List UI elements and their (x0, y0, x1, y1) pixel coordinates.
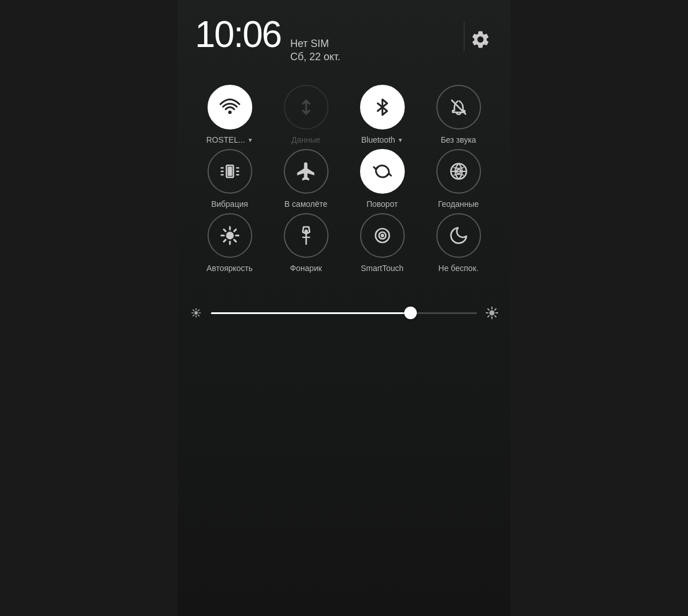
phone-screen: 10:06 Нет SIM Сб, 22 окт. (178, 0, 510, 616)
qs-wifi[interactable]: ROSTEL... ▼ (198, 85, 261, 144)
svg-line-35 (193, 315, 194, 316)
status-divider (464, 22, 464, 50)
vibration-icon (220, 161, 240, 182)
geodata-icon-circle (436, 149, 481, 194)
data-icon (296, 97, 316, 117)
qs-silent[interactable]: Без звука (427, 85, 490, 144)
svg-line-19 (234, 240, 236, 241)
svg-line-18 (224, 229, 225, 231)
brightness-thumb[interactable] (404, 307, 417, 319)
smarttouch-icon (372, 225, 393, 246)
date-display: Сб, 22 окт. (290, 51, 341, 63)
brightness-min-icon (189, 306, 203, 320)
qs-row-1: ROSTEL... ▼ Данные (191, 85, 497, 144)
svg-line-20 (234, 229, 236, 231)
flashlight-icon (296, 225, 316, 246)
brightness-slider-row (178, 289, 510, 337)
svg-line-41 (488, 309, 489, 310)
svg-point-0 (228, 111, 231, 114)
qs-smarttouch[interactable]: SmartTouch (351, 213, 414, 273)
qs-donotdisturb[interactable]: Не беспок. (427, 213, 490, 273)
silent-icon (448, 97, 469, 117)
svg-point-27 (194, 311, 198, 315)
bluetooth-label: Bluetooth ▼ (361, 135, 403, 144)
rotation-icon (372, 161, 393, 182)
qs-vibration[interactable]: Вибрация (198, 149, 261, 209)
qs-airplane[interactable]: В самолёте (275, 149, 338, 209)
smarttouch-label: SmartTouch (361, 264, 404, 273)
svg-line-34 (198, 310, 200, 311)
airplane-icon (296, 161, 316, 182)
bluetooth-icon (372, 97, 393, 117)
qs-autobrightness[interactable]: Автояркость (198, 213, 261, 273)
sim-status: Нет SIM (290, 38, 341, 50)
settings-button[interactable] (468, 27, 493, 52)
flashlight-icon-circle (284, 213, 329, 258)
qs-data[interactable]: Данные (275, 85, 338, 144)
svg-line-42 (495, 316, 496, 317)
sun-small-icon (190, 307, 202, 319)
brightness-max-icon (485, 306, 499, 320)
svg-line-43 (495, 309, 496, 310)
clock: 10:06 (195, 16, 281, 53)
donotdisturb-icon (448, 225, 469, 246)
donotdisturb-icon-circle (436, 213, 481, 258)
flashlight-label: Фонарик (290, 264, 322, 273)
bluetooth-icon-circle (360, 85, 405, 130)
gear-icon (470, 29, 491, 50)
silent-label: Без звука (441, 135, 476, 144)
qs-bluetooth[interactable]: Bluetooth ▼ (351, 85, 414, 144)
status-bar: 10:06 Нет SIM Сб, 22 окт. (178, 0, 510, 73)
airplane-label: В самолёте (284, 199, 327, 209)
qs-row-2: Вибрация В самолёте (191, 149, 497, 209)
svg-line-33 (198, 315, 200, 316)
smarttouch-icon-circle (360, 213, 405, 258)
data-icon-circle (284, 85, 329, 130)
autobrightness-icon-circle (208, 213, 252, 258)
status-left: 10:06 Нет SIM Сб, 22 окт. (195, 16, 341, 63)
qs-flashlight[interactable]: Фонарик (275, 213, 338, 273)
svg-point-36 (490, 311, 495, 316)
qs-rotation[interactable]: Поворот (351, 149, 414, 209)
autobrightness-icon (220, 225, 240, 246)
rotation-label: Поворот (366, 199, 398, 209)
svg-point-23 (304, 230, 307, 233)
brightness-fill (211, 312, 411, 314)
status-info: Нет SIM Сб, 22 окт. (290, 38, 341, 63)
quick-settings-panel: ROSTEL... ▼ Данные (178, 73, 510, 289)
vibration-label: Вибрация (211, 199, 248, 209)
svg-line-44 (488, 316, 489, 317)
silent-icon-circle (436, 85, 481, 130)
wifi-icon-circle (208, 85, 252, 130)
rotation-icon-circle (360, 149, 405, 194)
geodata-icon (448, 161, 469, 182)
data-label: Данные (291, 135, 320, 144)
autobrightness-label: Автояркость (206, 264, 253, 273)
wifi-label: ROSTEL... ▼ (206, 135, 253, 144)
qs-geodata[interactable]: Геоданные (427, 149, 490, 209)
donotdisturb-label: Не беспок. (439, 264, 479, 273)
svg-point-13 (226, 232, 233, 239)
brightness-track[interactable] (211, 312, 477, 314)
vibration-icon-circle (208, 149, 252, 194)
svg-line-21 (224, 240, 225, 241)
svg-line-32 (193, 310, 194, 311)
qs-row-3: Автояркость Фонарик (191, 213, 497, 273)
svg-rect-3 (228, 167, 232, 176)
airplane-icon-circle (284, 149, 329, 194)
wifi-icon (220, 97, 240, 117)
sun-large-icon (485, 305, 499, 320)
svg-point-26 (381, 234, 384, 237)
geodata-label: Геоданные (438, 199, 479, 209)
